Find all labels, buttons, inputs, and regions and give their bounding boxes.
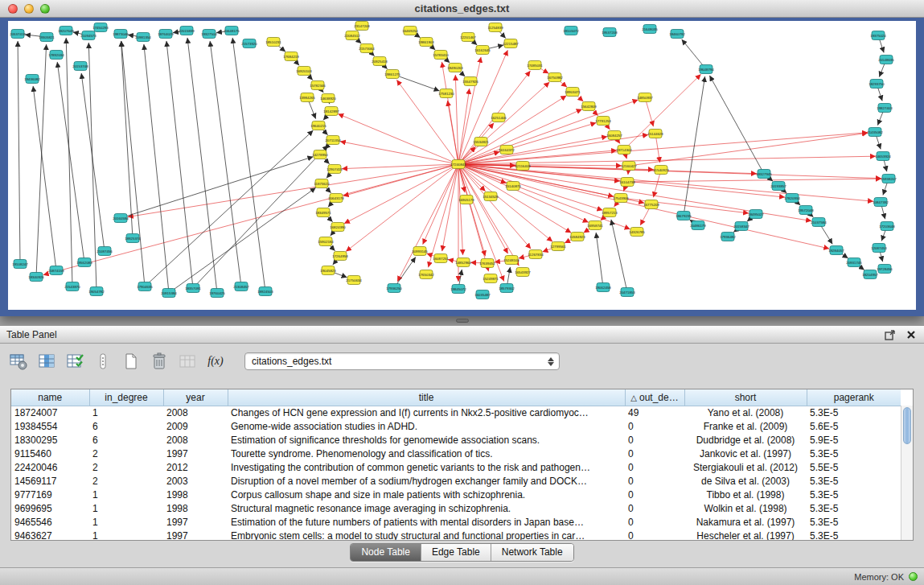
close-panel-icon[interactable] [905,328,918,341]
cell-in_degree[interactable]: 6 [89,433,163,447]
graph-node[interactable]: 16750982 [547,73,563,82]
table-row[interactable]: 2242004622012Investigating the contribut… [11,460,901,474]
graph-node[interactable]: 15782346 [310,81,326,90]
cell-name[interactable]: 9465546 [11,515,89,529]
cell-pagerank[interactable]: 5.3E-5 [807,488,901,501]
cell-year[interactable]: 1997 [163,515,228,529]
graph-node[interactable]: 20711354 [325,136,341,145]
graph-node[interactable]: 15134526 [483,192,499,201]
panel-divider-grip[interactable] [456,319,469,323]
graph-node[interactable]: 12087453 [871,244,887,253]
table-scrollbar-thumb[interactable] [903,407,911,444]
edit-rows-icon[interactable] [64,351,85,372]
graph-node[interactable]: 20981354 [135,33,151,42]
graph-node[interactable]: 19760425 [209,289,225,298]
graph-node[interactable]: 18349571 [315,208,331,217]
graph-node[interactable]: 15642809 [581,102,597,111]
graph-node[interactable]: 16958741 [587,221,603,230]
cell-short[interactable]: Tibbo et al. (1998) [684,488,807,501]
cell-in_degree[interactable]: 1 [89,488,163,501]
table-row[interactable]: 1938455462009Genome-wide association stu… [11,419,901,433]
cell-name[interactable]: 19384554 [11,419,89,433]
cell-year[interactable]: 2008 [163,406,228,419]
graph-node[interactable]: 16543927 [515,268,531,277]
graph-node[interactable]: 17450293 [92,23,109,32]
graph-node[interactable]: 17264958 [332,252,348,261]
graph-node[interactable]: 17904635 [137,282,153,291]
graph-node[interactable]: 21037584 [811,218,827,227]
cell-pagerank[interactable]: 5.9E-5 [807,433,901,447]
cell-name[interactable]: 22420046 [11,460,89,474]
graph-node[interactable]: 19714302 [616,146,632,154]
cell-year[interactable]: 2009 [163,419,228,433]
graph-node[interactable]: 18293750 [869,80,885,89]
close-window-button[interactable] [8,4,18,14]
column-header-title[interactable]: title [228,389,625,406]
graph-edge[interactable] [596,233,603,287]
graph-node[interactable]: 16905178 [458,196,474,204]
graph-node[interactable]: 17240841 [450,160,466,169]
cell-in_degree[interactable]: 2 [89,460,163,474]
graph-node[interactable]: 19537208 [602,28,618,37]
graph-node[interactable]: 16164372 [499,146,515,154]
table-row[interactable]: 1456911722003Disruption of a novel membe… [11,474,901,488]
graph-edge[interactable] [458,133,868,164]
graph-node[interactable]: 18924503 [257,287,273,296]
zoom-window-button[interactable] [40,4,50,14]
graph-node[interactable]: 19640215 [310,122,326,130]
cell-short[interactable]: Hescheler et al. (1997) [684,529,807,541]
graph-node[interactable]: 16035487 [474,290,491,299]
graph-edge[interactable] [624,74,701,150]
cell-in_degree[interactable]: 2 [89,447,163,460]
graph-node[interactable]: 12201467 [460,33,476,42]
rename-column-icon[interactable] [177,351,198,372]
column-header-pagerank[interactable]: pagerank [807,389,901,406]
graph-node[interactable]: 20486179 [690,221,706,230]
graph-edge[interactable] [187,38,217,293]
graph-edge[interactable] [210,41,241,286]
cell-out_degree[interactable]: 0 [625,474,684,488]
graph-node[interactable]: 16087251 [433,254,449,263]
column-header-out_degree[interactable]: △out_de… [625,389,684,406]
cell-out_degree[interactable]: 0 [625,488,684,501]
graph-edge[interactable] [81,73,105,251]
cell-name[interactable]: 18300295 [11,433,89,447]
graph-node[interactable]: 20931745 [846,258,862,267]
cell-pagerank[interactable]: 5.3E-5 [807,515,901,529]
window-titlebar[interactable]: citations_edges.txt [0,0,924,18]
graph-node[interactable]: 17892034 [48,51,64,60]
cell-short[interactable]: Franke et al. (2009) [684,419,807,433]
table-row[interactable]: 1872400712008Changes of HCN gene express… [11,406,901,419]
cell-title[interactable]: Corpus callosum shape and size in male p… [228,488,625,501]
graph-edge[interactable] [684,76,705,216]
cell-out_degree[interactable]: 0 [625,447,684,460]
graph-node[interactable]: 19062458 [595,283,611,292]
graph-node[interactable]: 21543870 [64,282,80,291]
cell-title[interactable]: Tourette syndrome. Phenomenology and cla… [228,447,625,460]
graph-node[interactable]: 17936250 [386,284,402,293]
cell-pagerank[interactable]: 5.3E-5 [807,447,901,460]
graph-node[interactable]: 19572048 [798,206,814,215]
graph-node[interactable]: 16824390 [330,223,346,232]
function-builder-icon[interactable]: f(x) [205,351,226,372]
graph-edge[interactable] [166,41,193,288]
cell-out_degree[interactable]: 0 [625,419,684,433]
graph-node[interactable]: 22015839 [179,27,195,35]
network-graph[interactable]: 1724084118510231176842191692010315782346… [8,21,916,310]
graph-node[interactable]: 19436082 [24,75,40,84]
cell-out_degree[interactable]: 0 [625,515,684,529]
graph-node[interactable]: 12116409 [515,162,531,171]
cell-year[interactable]: 1998 [163,488,228,501]
graph-node[interactable]: 17581230 [438,89,454,98]
graph-node[interactable]: 17791253 [595,117,611,126]
graph-node[interactable]: 18495027 [748,210,764,219]
graph-edge[interactable] [33,86,56,270]
cell-title[interactable]: Investigating the contribution of common… [228,460,625,474]
cell-name[interactable]: 9115460 [11,447,89,460]
graph-node[interactable]: 15248103 [503,256,519,265]
table-mode-icon[interactable] [8,351,29,372]
graph-node[interactable]: 21750634 [346,276,362,285]
graph-node[interactable]: 12215487 [503,39,519,48]
graph-node[interactable]: 19873046 [113,30,129,39]
graph-node[interactable]: 20915384 [161,289,177,298]
